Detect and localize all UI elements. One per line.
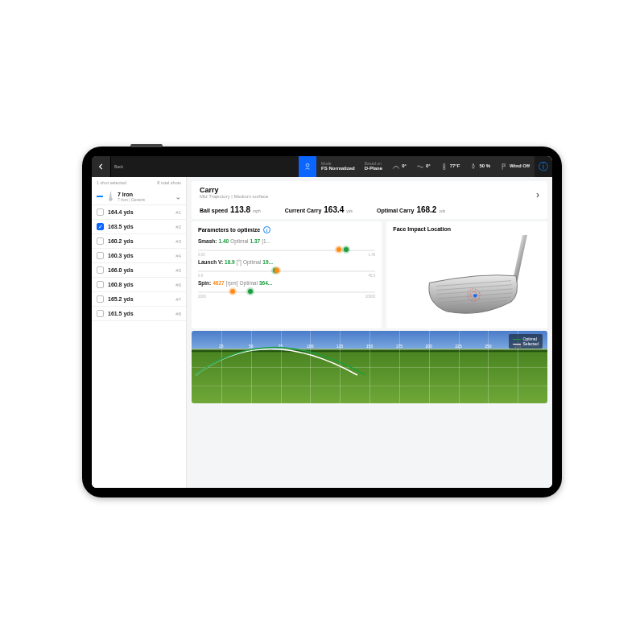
carry-sub: Mid Trajectory | Medium surface	[200, 194, 539, 199]
shot-row[interactable]: 165.2 yds #7	[92, 292, 186, 307]
metric-optimal-carry: Optimal Carry 168.2 yds	[377, 205, 445, 214]
checkbox[interactable]	[97, 208, 104, 216]
flag-icon	[500, 163, 508, 171]
face-heading: Face Impact Location	[393, 226, 541, 232]
temp-pill[interactable]: 77°F	[436, 156, 465, 177]
club-face-image	[393, 235, 541, 324]
svg-point-0	[306, 163, 309, 167]
checkbox[interactable]	[97, 237, 104, 245]
shot-row[interactable]: 160.3 yds #4	[92, 249, 186, 263]
svg-rect-1	[443, 163, 444, 167]
info-button[interactable]: ⓘ	[535, 160, 552, 174]
back-button[interactable]	[92, 156, 111, 177]
screen: Back ModeFS Normalized Based onD-Plane 0…	[92, 156, 552, 488]
shot-distance: 165.2 yds	[108, 296, 134, 302]
metric-ball-speed: Ball speed 113.8 mph	[200, 205, 261, 214]
wind-pill[interactable]: Wind Off	[495, 156, 535, 177]
shot-index: #5	[175, 268, 181, 273]
curve-icon	[392, 163, 400, 171]
trajectory-legend: Optimal Selected	[509, 334, 543, 349]
droplet-icon	[469, 163, 477, 171]
shot-index: #3	[175, 239, 181, 244]
trajectory-panel[interactable]: 255075100125150175200225250275 Optimal S…	[192, 331, 547, 403]
shot-row[interactable]: 160.2 yds #3	[92, 234, 186, 249]
shots-selected-label: 1 shot selected	[97, 180, 126, 185]
wave-icon	[416, 163, 424, 171]
checkbox[interactable]: ✓	[97, 223, 104, 230]
shot-row[interactable]: ✓ 163.5 yds #2	[92, 220, 186, 234]
shots-total-label: 8 total shots	[157, 180, 181, 185]
shot-row[interactable]: 160.8 yds #6	[92, 278, 186, 292]
angle2-pill[interactable]: 0°	[411, 156, 436, 177]
thermometer-icon	[440, 163, 448, 171]
info-icon[interactable]: i	[263, 226, 270, 233]
shot-index: #1	[175, 210, 181, 215]
shot-row[interactable]: 166.0 yds #5	[92, 263, 186, 278]
shot-row[interactable]: 161.5 yds #8	[92, 307, 186, 321]
svg-point-12	[473, 294, 477, 297]
shot-index: #4	[175, 254, 181, 258]
normalize-icon-button[interactable]	[299, 156, 316, 177]
based-on-pill[interactable]: Based onD-Plane	[360, 156, 387, 177]
checkbox[interactable]	[97, 295, 104, 303]
shot-distance: 160.8 yds	[108, 282, 134, 287]
tablet-frame: Back ModeFS Normalized Based onD-Plane 0…	[82, 147, 562, 497]
angle1-pill[interactable]: 0°	[387, 156, 411, 177]
back-label: Back	[111, 164, 126, 169]
carry-card[interactable]: Carry Mid Trajectory | Medium surface › …	[192, 181, 547, 219]
club-icon	[106, 191, 114, 202]
metric-current-carry: Current Carry 163.4 yds	[285, 205, 353, 214]
chevron-right-icon: ›	[536, 189, 539, 200]
chevron-up-icon: ⌃	[175, 192, 181, 200]
checkbox[interactable]	[97, 252, 104, 259]
checkbox[interactable]	[97, 310, 104, 317]
carry-title: Carry	[200, 186, 539, 194]
shot-distance: 161.5 yds	[108, 311, 134, 316]
shot-row[interactable]: 164.4 yds #1	[92, 205, 186, 220]
club-row[interactable]: 7 Iron 7 Iron | Generic ⌃	[92, 188, 186, 205]
shot-distance: 160.2 yds	[108, 238, 134, 244]
shot-distance: 166.0 yds	[108, 267, 134, 273]
shot-index: #8	[175, 312, 181, 316]
sidebar: 1 shot selected 8 total shots 7 Iron 7 I…	[92, 177, 187, 488]
shot-index: #2	[175, 225, 181, 229]
params-heading: Parameters to optimize	[198, 227, 260, 233]
face-panel: Face Impact Location	[386, 221, 547, 328]
shot-index: #7	[175, 297, 181, 302]
svg-point-2	[443, 167, 445, 170]
checkbox[interactable]	[97, 281, 104, 288]
checkbox[interactable]	[97, 266, 104, 274]
shot-index: #6	[175, 283, 181, 287]
shot-distance: 163.5 yds	[108, 224, 134, 229]
shot-distance: 160.3 yds	[108, 253, 134, 258]
topbar: Back ModeFS Normalized Based onD-Plane 0…	[92, 156, 552, 177]
humidity-pill[interactable]: 50 %	[464, 156, 495, 177]
main: Carry Mid Trajectory | Medium surface › …	[187, 177, 552, 488]
mode-pill[interactable]: ModeFS Normalized	[316, 156, 360, 177]
params-panel: Parameters to optimizei Smash: 1.40 Opti…	[192, 221, 382, 328]
shot-distance: 164.4 yds	[108, 209, 134, 215]
